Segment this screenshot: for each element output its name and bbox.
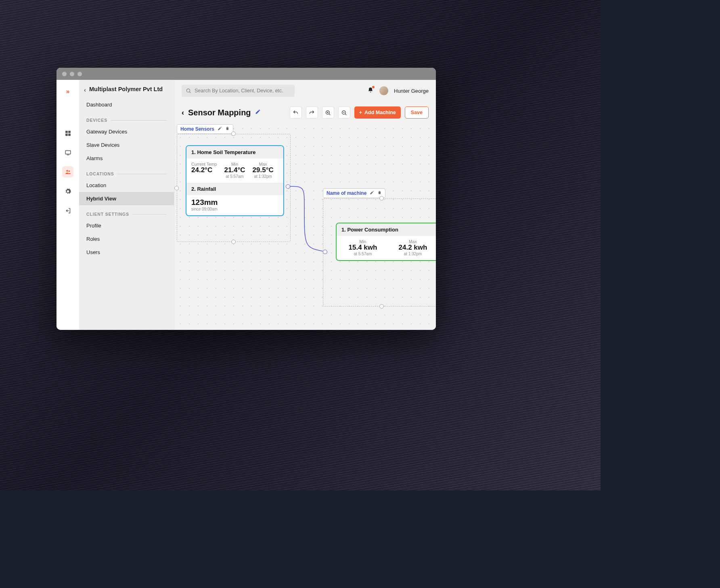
company-name: Multiplast Polymer Pvt Ltd (89, 85, 163, 93)
metric-value: 24.2°C (191, 167, 212, 174)
metric-sub: since 09:00am (191, 207, 278, 211)
svg-point-7 (186, 89, 190, 92)
save-button[interactable]: Save (405, 106, 429, 119)
add-machine-button[interactable]: + Add Machine (354, 106, 401, 119)
redo-button[interactable] (306, 106, 318, 119)
svg-rect-3 (68, 133, 71, 136)
plus-icon: + (359, 110, 362, 115)
card-title: 1. Home Soil Temperature (186, 146, 283, 158)
metric-value: 123mm (191, 198, 278, 207)
rail-settings-icon[interactable] (62, 186, 73, 197)
search-icon (186, 88, 191, 94)
sidebar-item-profile[interactable]: Profile (79, 219, 174, 232)
rail-logout-icon[interactable] (62, 205, 73, 216)
connection-line (284, 183, 329, 256)
window-titlebar (57, 68, 436, 80)
group-handle-bottom[interactable] (231, 240, 236, 244)
metric-value: 15.4 kwh (349, 244, 377, 252)
sidebar-item-location[interactable]: Location (79, 179, 174, 192)
username-label[interactable]: Hunter George (394, 88, 429, 94)
svg-rect-0 (65, 131, 68, 133)
zoom-in-button[interactable] (322, 106, 334, 119)
group-label-home-sensors[interactable]: Home Sensors (177, 124, 233, 134)
rail-dashboard-icon[interactable] (62, 127, 73, 139)
metric-value: 24.2 kwh (399, 244, 427, 252)
delete-group-icon[interactable] (225, 126, 230, 132)
secondary-sidebar: ‹ Multiplast Polymer Pvt Ltd Dashboard D… (79, 80, 174, 330)
svg-point-6 (68, 170, 70, 172)
search-input[interactable]: Search By Location, Client, Device, etc. (182, 85, 295, 97)
sensor-card-power[interactable]: 1. Power Consumption Min 15.4 kwh at 5:5… (336, 223, 436, 261)
window-close-dot[interactable] (62, 72, 67, 76)
group-handle-left[interactable] (174, 186, 179, 190)
delete-group-icon[interactable] (377, 190, 382, 196)
card-title: 2. Rainfall (186, 183, 283, 195)
edit-group-icon[interactable] (370, 190, 374, 196)
notification-badge (372, 86, 375, 88)
nav-rail: » (57, 80, 79, 330)
sidebar-section-locations: LOCATIONS (79, 165, 174, 179)
topbar: Search By Location, Client, Device, etc.… (174, 80, 436, 99)
search-placeholder: Search By Location, Client, Device, etc. (195, 88, 283, 94)
sidebar-item-users[interactable]: Users (79, 246, 174, 259)
edit-group-icon[interactable] (218, 126, 222, 132)
main-panel: Search By Location, Client, Device, etc.… (174, 80, 436, 330)
sidebar-section-client-settings: CLIENT SETTINGS (79, 205, 174, 219)
page-back-icon[interactable]: ‹ (182, 108, 184, 117)
group-label-machine[interactable]: Name of machine (323, 188, 385, 198)
metric-value: 21.4°C (224, 167, 245, 174)
sensor-canvas[interactable]: Home Sensors 1. Home Soil Temperature Cu… (174, 123, 436, 330)
sidebar-item-alarms[interactable]: Alarms (79, 152, 174, 165)
sidebar-item-gateway[interactable]: Gateway Devices (79, 125, 174, 138)
back-to-clients-icon[interactable]: ‹ (84, 86, 86, 93)
undo-button[interactable] (290, 106, 302, 119)
metric-sub: at 5:57am (354, 252, 372, 256)
rail-devices-icon[interactable] (62, 147, 73, 158)
sidebar-item-slave[interactable]: Slave Devices (79, 138, 174, 152)
sidebar-section-devices: DEVICES (79, 111, 174, 125)
app-window: » ‹ Multiplast Polymer Pvt Ltd (57, 68, 436, 330)
page-header: ‹ Sensor Mapping + (174, 99, 436, 123)
group-handle-top[interactable] (379, 196, 384, 200)
sensor-card-home-soil[interactable]: 1. Home Soil Temperature Current Temp 24… (186, 145, 284, 216)
connection-handle-start[interactable] (286, 184, 290, 189)
sidebar-item-dashboard[interactable]: Dashboard (79, 98, 174, 111)
rail-clients-icon[interactable] (62, 166, 73, 177)
svg-point-5 (66, 170, 68, 171)
metric-value: 29.5°C (253, 167, 274, 174)
page-title: Sensor Mapping (188, 108, 251, 117)
svg-rect-2 (65, 133, 68, 136)
svg-rect-1 (68, 131, 71, 133)
sidebar-item-hybrid-view[interactable]: Hybrid View (79, 192, 174, 205)
notifications-icon[interactable] (367, 87, 374, 95)
window-max-dot[interactable] (77, 72, 82, 76)
expand-sidebar-icon[interactable]: » (66, 85, 70, 98)
metric-sub: at 1:32pm (404, 252, 422, 256)
card-title: 1. Power Consumption (337, 223, 436, 236)
window-min-dot[interactable] (70, 72, 74, 76)
group-handle-top[interactable] (231, 131, 236, 136)
edit-title-icon[interactable] (255, 109, 261, 116)
svg-rect-4 (65, 150, 71, 154)
sidebar-item-roles[interactable]: Roles (79, 232, 174, 246)
user-avatar[interactable] (379, 86, 388, 95)
group-handle-bottom[interactable] (379, 304, 384, 309)
metric-sub: at 5:57am (226, 174, 243, 179)
zoom-out-button[interactable] (338, 106, 350, 119)
metric-sub: at 1:32pm (254, 174, 272, 179)
